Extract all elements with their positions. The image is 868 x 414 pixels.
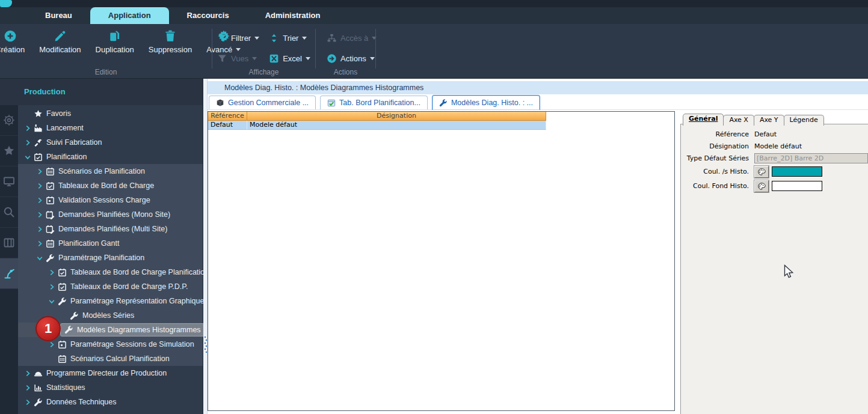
ribbon-group-buttons: FiltrerTrierVuesExcel xyxy=(212,24,315,65)
tree-item-planification-gantt[interactable]: Planification Gantt xyxy=(18,236,203,251)
main-menu: BureauApplicationRaccourcisAdministratio… xyxy=(27,7,338,24)
hardhat-icon xyxy=(34,369,43,378)
activity-monitor-button[interactable] xyxy=(0,166,18,197)
properties-tabs: GénéralAxe XAxe YLégende xyxy=(683,114,823,126)
column-header-reference[interactable]: Référence xyxy=(208,112,247,121)
menu-tab-bureau[interactable]: Bureau xyxy=(27,7,90,24)
close-sidebar-icon[interactable] xyxy=(189,87,198,96)
chevron-down-icon[interactable] xyxy=(47,298,57,305)
acces-a-button[interactable]: Accès à xyxy=(327,31,377,44)
chevron-right-icon[interactable] xyxy=(23,399,32,406)
chevron-right-icon[interactable] xyxy=(47,284,57,290)
app-logo xyxy=(0,0,12,7)
properties-tab-general[interactable]: Général xyxy=(683,114,724,126)
collapse-sidebar-icon[interactable] xyxy=(4,87,13,97)
calendar-check-icon xyxy=(34,153,43,162)
wrench-icon xyxy=(34,398,43,407)
chevron-down-icon[interactable] xyxy=(23,154,32,160)
tree-item-label: Modèles Diagrammes Histogrammes xyxy=(77,326,201,334)
tree-item-lancement[interactable]: Lancement xyxy=(18,121,203,135)
tree-item-validation-sessions-charge[interactable]: Validation Sessions Charge xyxy=(18,193,203,207)
document-tab-tab-bord-planification[interactable]: Tab. Bord Planification... xyxy=(320,96,428,109)
actions-button[interactable]: Actions xyxy=(327,52,377,65)
sidebar-title: Production xyxy=(24,87,66,96)
selected-item-highlight: Modèles Diagrammes Histogrammes xyxy=(60,323,208,336)
tree-item-statistiques[interactable]: Statistiques xyxy=(18,380,203,395)
calendar-grid-icon xyxy=(46,239,55,248)
coul-fond-histo-picker-button[interactable] xyxy=(754,180,769,192)
navigation-tree: FavorisLancementSuivi FabricationPlanifi… xyxy=(18,105,203,414)
copy-icon xyxy=(108,29,122,43)
activity-search-button[interactable] xyxy=(0,197,18,228)
duplication-button[interactable]: Duplication xyxy=(93,28,137,55)
tree-item-parametrage-planification[interactable]: Paramétrage Planification xyxy=(18,251,203,265)
tree-item-donnees-techniques[interactable]: Données Techniques xyxy=(18,395,203,409)
properties-tab-axe-y[interactable]: Axe Y xyxy=(754,115,784,126)
column-header-designation[interactable]: Désignation xyxy=(247,112,546,121)
chevron-right-icon[interactable] xyxy=(23,385,32,391)
tree-item-parametrage-representation-graphique[interactable]: Paramétrage Représentation Graphique xyxy=(18,294,203,308)
tree-item-suivi-fabrication[interactable]: Suivi Fabrication xyxy=(18,135,203,150)
document-tab-gestion-commerciale[interactable]: Gestion Commerciale ... xyxy=(209,96,316,109)
chevron-right-icon[interactable] xyxy=(47,341,57,348)
tree-item-label: Demandes Planifiées (Multi Site) xyxy=(58,225,167,233)
ribbon-group-edition: CréationModificationDuplicationSuppressi… xyxy=(0,24,212,78)
menu-tab-administration[interactable]: Administration xyxy=(247,7,339,24)
activity-wheel-button[interactable] xyxy=(0,105,18,136)
properties-tab-legende[interactable]: Légende xyxy=(784,115,824,126)
calendar-check-icon xyxy=(58,282,67,291)
tree-item-favoris[interactable]: Favoris xyxy=(18,106,203,121)
tree-item-planification[interactable]: Planification xyxy=(18,150,203,164)
chevron-right-icon[interactable] xyxy=(35,240,45,247)
tree-item-tableaux-de-bord-de-charge-planification[interactable]: Tableaux de Bord de Charge Planification xyxy=(18,265,203,279)
ribbon-group-actions: Accès àActions Actions xyxy=(316,24,375,78)
menu-tab-application[interactable]: Application xyxy=(90,7,169,24)
properties-tab-axe-x[interactable]: Axe X xyxy=(723,115,754,126)
mouse-cursor xyxy=(784,264,795,282)
ribbon-group-affichage: FiltrerTrierVuesExcel Affichage xyxy=(212,24,315,78)
tree-item-scenarios-calcul-planification[interactable]: Scénarios Calcul Planification xyxy=(18,352,203,366)
chevron-right-icon[interactable] xyxy=(35,212,45,218)
type-defaut-series-input: [Barre_2D] Barre 2D xyxy=(754,153,868,163)
tree-item-scenarios-de-planification[interactable]: Scénarios de Planification xyxy=(18,164,203,178)
sidebar-splitter[interactable] xyxy=(203,79,208,414)
chevron-right-icon[interactable] xyxy=(23,370,32,377)
coul-s-histo-swatch[interactable] xyxy=(772,166,822,177)
ribbon-group-separator xyxy=(375,29,376,68)
trash-icon xyxy=(164,29,177,43)
menu-tab-raccourcis[interactable]: Raccourcis xyxy=(169,7,247,24)
document-tab-modeles-diag-histo[interactable]: Modèles Diag. Histo. : ... xyxy=(432,95,540,110)
modification-button[interactable]: Modification xyxy=(37,28,83,55)
chevron-right-icon[interactable] xyxy=(23,125,32,132)
caret-down-icon xyxy=(254,37,259,40)
suppression-button[interactable]: Suppression xyxy=(146,28,194,55)
activity-star-button[interactable] xyxy=(0,136,18,166)
arrow-circle-icon xyxy=(327,53,337,64)
chevron-right-icon[interactable] xyxy=(35,226,45,233)
creation-button[interactable]: Création xyxy=(0,28,27,55)
coul-s-histo-picker-button[interactable] xyxy=(754,166,769,178)
tree-item-programme-directeur-de-production[interactable]: Programme Directeur de Production xyxy=(18,366,203,380)
vues-button[interactable]: Vues xyxy=(217,52,259,65)
chevron-right-icon[interactable] xyxy=(35,183,45,189)
excel-button[interactable]: Excel xyxy=(269,52,310,65)
tree-item-tableaux-de-bord-de-charge[interactable]: Tableaux de Bord de Charge xyxy=(18,178,203,193)
content-body: RéférenceDésignation DefautModele défaut… xyxy=(208,110,868,414)
chevron-right-icon[interactable] xyxy=(35,197,45,204)
ribbon-group-buttons: CréationModificationDuplicationSuppressi… xyxy=(0,24,212,55)
chevron-down-icon[interactable] xyxy=(35,255,45,261)
coul-fond-histo-swatch[interactable] xyxy=(772,181,822,191)
chevron-right-icon[interactable] xyxy=(47,269,57,276)
tree-item-demandes-planifiees-multi-site[interactable]: Demandes Planifiées (Multi Site) xyxy=(18,222,203,236)
filtrer-button[interactable]: Filtrer xyxy=(217,31,259,44)
chevron-right-icon[interactable] xyxy=(35,168,45,175)
activity-robot-arm-button[interactable] xyxy=(0,258,18,289)
tree-item-demandes-planifiees-mono-site[interactable]: Demandes Planifiées (Mono Site) xyxy=(18,207,203,222)
table-row-defaut[interactable]: DefautModele défaut xyxy=(208,121,674,130)
activity-columns-button[interactable] xyxy=(0,228,18,258)
trier-button[interactable]: Trier xyxy=(269,31,310,44)
tree-item-tableaux-de-bord-de-charge-p-d-p[interactable]: Tableaux de Bord de Charge P.D.P. xyxy=(18,279,203,294)
chevron-right-icon[interactable] xyxy=(23,139,32,146)
duplication-button-label: Duplication xyxy=(96,45,134,54)
navigation-sidebar: Production FavorisLancementSuivi Fabrica… xyxy=(0,79,203,414)
